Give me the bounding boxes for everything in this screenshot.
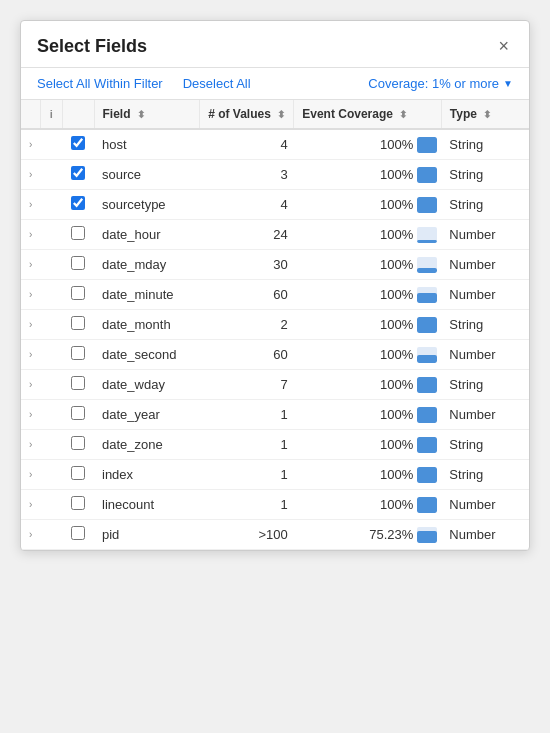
coverage-bar [417, 197, 437, 213]
toolbar: Select All Within Filter Deselect All Co… [21, 68, 529, 100]
row-expand-btn[interactable]: › [21, 460, 40, 490]
row-expand-btn[interactable]: › [21, 280, 40, 310]
row-info-icon [40, 129, 62, 160]
row-coverage-text: 100% [367, 317, 413, 332]
coverage-bar [417, 377, 437, 393]
row-checkbox[interactable] [71, 406, 85, 420]
row-info-icon [40, 460, 62, 490]
row-coverage-cell: 100% [294, 129, 442, 160]
table-row: ›date_mday30100%Number [21, 250, 529, 280]
row-field-name: date_wday [94, 370, 200, 400]
row-field-name: index [94, 460, 200, 490]
close-button[interactable]: × [494, 35, 513, 57]
row-type: String [441, 160, 529, 190]
row-type: String [441, 430, 529, 460]
row-coverage-cell: 100% [294, 460, 442, 490]
row-coverage-cell: 100% [294, 490, 442, 520]
dialog-header: Select Fields × [21, 21, 529, 68]
coverage-dropdown[interactable]: Coverage: 1% or more ▼ [368, 76, 513, 91]
row-coverage-cell: 100% [294, 340, 442, 370]
coverage-bar [417, 257, 437, 273]
row-expand-btn[interactable]: › [21, 310, 40, 340]
coverage-bar [417, 347, 437, 363]
row-checkbox-cell [62, 250, 94, 280]
row-info-icon [40, 310, 62, 340]
row-expand-btn[interactable]: › [21, 520, 40, 550]
coverage-bar-fill [417, 407, 437, 423]
th-type[interactable]: Type ⬍ [441, 100, 529, 129]
row-coverage-cell: 100% [294, 190, 442, 220]
row-info-icon [40, 370, 62, 400]
row-checkbox[interactable] [71, 256, 85, 270]
fields-table: i Field ⬍ # of Values ⬍ Event Coverage ⬍ [21, 100, 529, 550]
row-expand-btn[interactable]: › [21, 340, 40, 370]
row-expand-btn[interactable]: › [21, 490, 40, 520]
coverage-bar [417, 497, 437, 513]
row-type: String [441, 129, 529, 160]
row-values-count: 3 [200, 160, 294, 190]
coverage-bar-fill [417, 167, 437, 183]
table-header-row: i Field ⬍ # of Values ⬍ Event Coverage ⬍ [21, 100, 529, 129]
row-expand-btn[interactable]: › [21, 400, 40, 430]
table-row: ›host4100%String [21, 129, 529, 160]
row-expand-btn[interactable]: › [21, 430, 40, 460]
row-field-name: sourcetype [94, 190, 200, 220]
row-field-name: host [94, 129, 200, 160]
row-type: Number [441, 520, 529, 550]
row-checkbox-cell [62, 129, 94, 160]
row-values-count: 1 [200, 490, 294, 520]
row-info-icon [40, 490, 62, 520]
row-type: Number [441, 340, 529, 370]
coverage-bar-fill [417, 197, 437, 213]
row-expand-btn[interactable]: › [21, 220, 40, 250]
th-values[interactable]: # of Values ⬍ [200, 100, 294, 129]
coverage-bar [417, 317, 437, 333]
row-values-count: 7 [200, 370, 294, 400]
th-field[interactable]: Field ⬍ [94, 100, 200, 129]
row-coverage-text: 100% [367, 257, 413, 272]
row-checkbox[interactable] [71, 166, 85, 180]
row-expand-btn[interactable]: › [21, 250, 40, 280]
row-checkbox[interactable] [71, 286, 85, 300]
row-checkbox[interactable] [71, 346, 85, 360]
coverage-bar [417, 467, 437, 483]
row-expand-btn[interactable]: › [21, 160, 40, 190]
row-values-count: 1 [200, 430, 294, 460]
row-checkbox-cell [62, 310, 94, 340]
row-expand-btn[interactable]: › [21, 190, 40, 220]
row-checkbox-cell [62, 430, 94, 460]
deselect-all-link[interactable]: Deselect All [183, 76, 251, 91]
coverage-bar [417, 527, 437, 543]
row-checkbox[interactable] [71, 316, 85, 330]
row-coverage-text: 100% [367, 407, 413, 422]
row-checkbox[interactable] [71, 136, 85, 150]
row-coverage-text: 100% [367, 497, 413, 512]
row-checkbox[interactable] [71, 376, 85, 390]
row-values-count: 1 [200, 400, 294, 430]
row-type: String [441, 310, 529, 340]
row-checkbox[interactable] [71, 496, 85, 510]
table-row: ›date_second60100%Number [21, 340, 529, 370]
row-expand-btn[interactable]: › [21, 370, 40, 400]
row-checkbox[interactable] [71, 436, 85, 450]
coverage-bar-fill [417, 531, 437, 543]
coverage-sort-icon: ⬍ [399, 109, 407, 120]
row-checkbox-cell [62, 490, 94, 520]
coverage-bar [417, 437, 437, 453]
chevron-down-icon: ▼ [503, 78, 513, 89]
row-checkbox[interactable] [71, 526, 85, 540]
th-check [62, 100, 94, 129]
row-checkbox[interactable] [71, 196, 85, 210]
row-type: Number [441, 490, 529, 520]
th-coverage[interactable]: Event Coverage ⬍ [294, 100, 442, 129]
row-checkbox[interactable] [71, 226, 85, 240]
row-field-name: date_minute [94, 280, 200, 310]
row-field-name: date_second [94, 340, 200, 370]
row-checkbox-cell [62, 520, 94, 550]
row-checkbox-cell [62, 400, 94, 430]
row-coverage-text: 100% [367, 347, 413, 362]
row-expand-btn[interactable]: › [21, 129, 40, 160]
row-checkbox[interactable] [71, 466, 85, 480]
row-coverage-text: 100% [367, 137, 413, 152]
select-all-link[interactable]: Select All Within Filter [37, 76, 163, 91]
